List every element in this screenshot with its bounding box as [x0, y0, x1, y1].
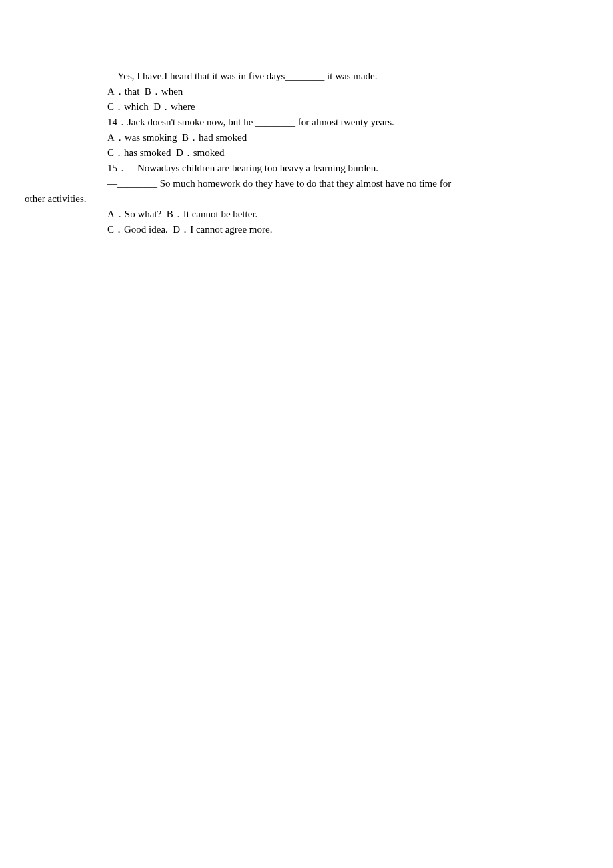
text-line: A．So what? B．It cannot be better. — [25, 207, 588, 221]
document-content: —Yes, I have.I heard that it was in five… — [0, 0, 613, 237]
text-line: A．was smoking B．had smoked — [25, 131, 588, 145]
text-line: C．Good idea. D．I cannot agree more. — [25, 223, 588, 237]
text-line: A．that B．when — [25, 85, 588, 99]
text-line: 15．—Nowadays children are bearing too he… — [25, 161, 588, 175]
text-line: C．has smoked D．smoked — [25, 146, 588, 160]
text-line: other activities. — [25, 192, 588, 206]
text-line: —________ So much homework do they have … — [25, 177, 588, 191]
text-line: C．which D．where — [25, 100, 588, 114]
text-line: 14．Jack doesn't smoke now, but he ______… — [25, 115, 588, 129]
text-line: —Yes, I have.I heard that it was in five… — [25, 69, 588, 83]
